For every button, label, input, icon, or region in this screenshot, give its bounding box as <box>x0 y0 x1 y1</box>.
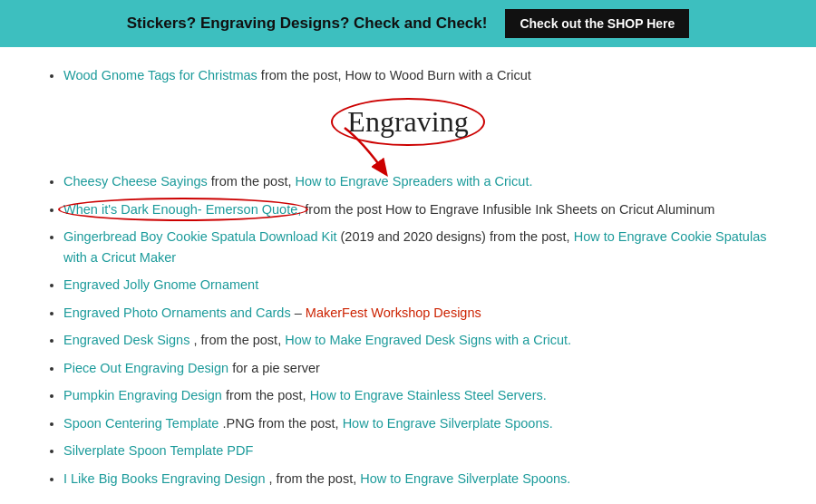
list-item-gnome: Engraved Jolly Gnome Ornament <box>63 275 780 295</box>
makerfest-link[interactable]: MakerFest Workshop Designs <box>306 305 481 320</box>
ilike-text: , from the post, <box>269 471 361 486</box>
spoon-centering-link[interactable]: Spoon Centering Template <box>63 416 219 431</box>
engrave-spreaders-link[interactable]: How to Engrave Spreaders with a Cricut. <box>296 174 533 189</box>
ilike-link[interactable]: I Like Big Books Engraving Design <box>63 471 265 486</box>
list-item-silverplate: Silverplate Spoon Template PDF <box>63 441 780 460</box>
list-item-spoon-centering: Spoon Centering Template .PNG from the p… <box>63 413 780 433</box>
engraving-heading: Engraving <box>347 105 468 139</box>
wood-gnome-text: from the post, How to Wood Burn with a C… <box>261 68 531 82</box>
emerson-link[interactable]: When it's Dark Enough- Emerson Quote, <box>63 202 301 217</box>
banner-text: Stickers? Engraving Designs? Check and C… <box>127 15 488 33</box>
list-item-pieout: Piece Out Engraving Design for a pie ser… <box>63 358 780 378</box>
engraving-section-wrapper: Engraving <box>36 96 780 155</box>
make-desk-signs-link[interactable]: How to Make Engraved Desk Signs with a C… <box>285 333 571 347</box>
engraving-oval: Engraving <box>347 105 468 139</box>
list-item-cheesy: Cheesy Cheese Sayings from the post, How… <box>63 171 780 191</box>
pumpkin-link[interactable]: Pumpkin Engraving Design <box>63 388 222 402</box>
gingerbread-link[interactable]: Gingerbread Boy Cookie Spatula Download … <box>63 229 336 244</box>
cheesy-text: from the post, <box>211 174 296 189</box>
list-item-photo: Engraved Photo Ornaments and Cards – Mak… <box>63 303 780 323</box>
emerson-text: from the post How to Engrave Infusible I… <box>305 202 714 217</box>
engrave-silverplate-link2[interactable]: How to Engrave Silverplate Spoons. <box>360 471 570 486</box>
gnome-link[interactable]: Engraved Jolly Gnome Ornament <box>63 277 258 292</box>
engrave-stainless-link[interactable]: How to Engrave Stainless Steel Servers. <box>310 388 547 402</box>
list-item-desk: Engraved Desk Signs , from the post, How… <box>63 330 780 350</box>
top-list: Wood Gnome Tags for Christmas from the p… <box>36 65 780 85</box>
photo-ornaments-link[interactable]: Engraved Photo Ornaments and Cards <box>63 305 291 320</box>
photo-dash: – <box>295 305 306 320</box>
pieout-text: for a pie server <box>232 361 320 375</box>
list-item-ilike: I Like Big Books Engraving Design , from… <box>63 469 780 489</box>
emerson-oval: When it's Dark Enough- Emerson Quote, <box>63 202 305 217</box>
cheesy-link[interactable]: Cheesy Cheese Sayings <box>63 174 208 189</box>
shop-button[interactable]: Check out the SHOP Here <box>505 9 689 38</box>
list-item-pumpkin: Pumpkin Engraving Design from the post, … <box>63 385 780 405</box>
main-content: Wood Gnome Tags for Christmas from the p… <box>0 47 816 504</box>
spoon-centering-text: .PNG from the post, <box>222 416 342 431</box>
gingerbread-text: from the post, <box>490 229 574 244</box>
gingerbread-extra: (2019 and 2020 designs) <box>341 229 486 244</box>
engrave-silverplate-link1[interactable]: How to Engrave Silverplate Spoons. <box>343 416 553 431</box>
desk-signs-link[interactable]: Engraved Desk Signs <box>63 333 189 347</box>
list-item: Wood Gnome Tags for Christmas from the p… <box>63 65 780 85</box>
silverplate-link[interactable]: Silverplate Spoon Template PDF <box>63 443 253 458</box>
list-item-gingerbread: Gingerbread Boy Cookie Spatula Download … <box>63 227 780 267</box>
wood-gnome-link[interactable]: Wood Gnome Tags for Christmas <box>63 68 257 82</box>
desk-text: , from the post, <box>193 333 285 347</box>
pumpkin-text: from the post, <box>226 388 310 402</box>
top-banner: Stickers? Engraving Designs? Check and C… <box>0 0 816 47</box>
list-item-emerson: When it's Dark Enough- Emerson Quote, fr… <box>63 199 780 219</box>
pieout-link[interactable]: Piece Out Engraving Design <box>63 361 228 375</box>
engraving-list: Cheesy Cheese Sayings from the post, How… <box>36 171 780 489</box>
